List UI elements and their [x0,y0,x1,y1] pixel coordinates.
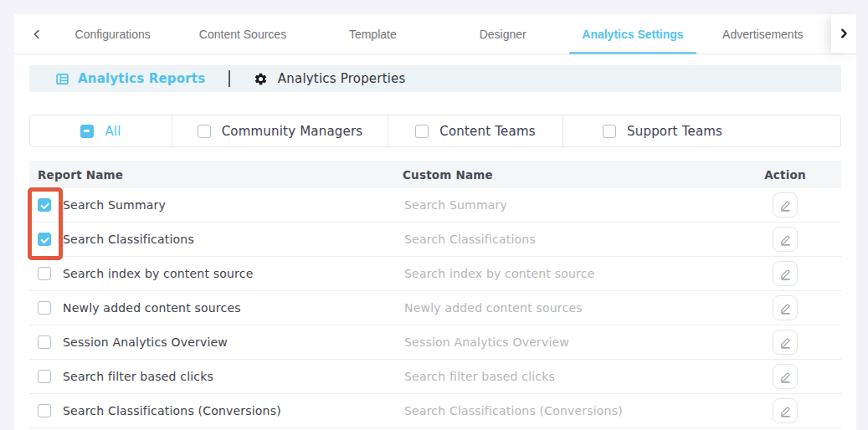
reports-table: Report Name Custom Name Action Search Su… [29,161,841,428]
report-checkbox[interactable] [38,404,51,417]
column-custom-name: Custom Name [403,168,729,182]
edit-button[interactable] [773,192,798,218]
tab-template[interactable]: Template [308,14,438,54]
filter-community-managers[interactable]: Community Managers [172,115,388,146]
custom-name-cell: Search Summary [403,198,729,212]
action-cell [729,364,841,389]
table-row: Newly added content sources Newly added … [29,291,841,325]
subnav-properties-label: Analytics Properties [278,71,406,86]
tab-list: Configurations Content Sources Template … [48,14,828,54]
edit-button[interactable] [773,227,798,252]
report-name: Search filter based clicks [63,370,213,383]
table-row: Search index by content source Search in… [29,257,841,291]
filter-all[interactable]: All [30,115,172,146]
filter-checkbox[interactable] [198,125,211,138]
chevron-left-icon[interactable] [26,23,48,45]
edit-button[interactable] [773,364,798,389]
report-checkbox[interactable] [38,301,51,315]
table-row: Search Classifications Search Classifica… [29,223,841,257]
tab-designer[interactable]: Designer [438,14,568,54]
report-name-cell: Search Classifications (Conversions) [29,404,403,417]
filter-support-teams[interactable]: Support Teams [563,115,840,146]
pencil-icon [779,199,792,212]
report-name: Search Classifications (Conversions) [63,404,281,417]
report-name-cell: Newly added content sources [29,301,403,315]
table-header: Report Name Custom Name Action [29,161,841,188]
report-checkbox[interactable] [38,370,51,383]
action-cell [729,295,841,320]
edit-button[interactable] [773,295,798,320]
tab-label: Analytics Settings [582,28,683,41]
filter-label: All [105,124,121,139]
tab-content-sources[interactable]: Content Sources [177,14,307,54]
action-cell [729,227,841,252]
settings-card: Configurations Content Sources Template … [14,14,856,430]
filter-checkbox[interactable] [603,125,616,138]
column-action: Action [729,168,841,182]
filter-label: Community Managers [222,124,363,139]
tab-label: Content Sources [199,28,286,41]
team-filter-bar: All Community Managers Content Teams Sup… [29,115,841,147]
filter-content-teams[interactable]: Content Teams [388,115,563,146]
tab-label: Advertisements [722,28,803,41]
tab-bar: Configurations Content Sources Template … [14,14,856,54]
filter-label: Content Teams [439,124,536,139]
report-name-cell: Search Summary [29,198,403,212]
filter-checkbox[interactable] [80,125,94,138]
table-row: Search filter based clicks Search filter… [29,360,841,394]
table-row: Search Summary Search Summary [29,188,841,223]
tab-advertisements[interactable]: Advertisements [698,14,828,54]
tab-label: Template [349,28,397,41]
table-row: Session Analytics Overview Session Analy… [29,325,841,360]
custom-name-cell: Newly added content sources [403,301,729,315]
pencil-icon [779,302,792,315]
edit-button[interactable] [773,261,798,286]
pencil-icon [779,268,792,280]
report-name: Search Summary [63,198,166,212]
table-icon [55,72,69,86]
subnav-reports-label: Analytics Reports [78,71,205,86]
report-name: Session Analytics Overview [63,335,228,349]
edit-button[interactable] [773,330,798,355]
report-name-cell: Search index by content source [29,267,403,280]
report-name-cell: Search Classifications [29,233,403,246]
edit-button[interactable] [773,398,798,423]
report-checkbox[interactable] [38,233,51,246]
action-cell [729,398,841,423]
pencil-icon [779,336,792,349]
tab-analytics-settings[interactable]: Analytics Settings [568,14,697,54]
custom-name-cell: Search filter based clicks [403,370,729,383]
tab-label: Configurations [75,28,151,41]
custom-name-cell: Search Classifications [403,233,729,246]
filter-checkbox[interactable] [415,125,429,138]
subnav-analytics-reports[interactable]: Analytics Reports [55,71,205,86]
report-name-cell: Search filter based clicks [29,370,403,383]
custom-name-cell: Search index by content source [403,267,729,280]
report-name: Search Classifications [63,233,194,246]
tab-configurations[interactable]: Configurations [48,14,177,54]
action-cell [729,192,841,218]
report-name: Newly added content sources [63,301,241,315]
chevron-right-icon[interactable] [831,14,856,53]
report-checkbox[interactable] [38,335,51,349]
action-cell [729,330,841,355]
gear-icon [254,72,268,86]
tab-label: Designer [480,28,526,41]
report-name: Search index by content source [63,267,253,280]
filter-label: Support Teams [627,124,722,139]
column-report-name: Report Name [29,168,403,182]
pencil-icon [779,371,792,383]
pencil-icon [779,233,792,246]
report-checkbox[interactable] [38,267,51,280]
table-row: Search Classifications (Conversions) Sea… [29,394,841,428]
subnav-analytics-properties[interactable]: Analytics Properties [254,71,406,86]
custom-name-cell: Search Classifications (Conversions) [403,404,729,417]
report-checkbox[interactable] [38,198,51,212]
pencil-icon [779,405,792,417]
custom-name-cell: Session Analytics Overview [403,335,729,349]
report-name-cell: Session Analytics Overview [29,335,403,349]
analytics-subnav: Analytics Reports Analytics Properties [29,65,841,92]
action-cell [729,261,841,286]
table-body: Search Summary Search Summary [29,188,841,428]
subnav-divider [229,70,230,87]
